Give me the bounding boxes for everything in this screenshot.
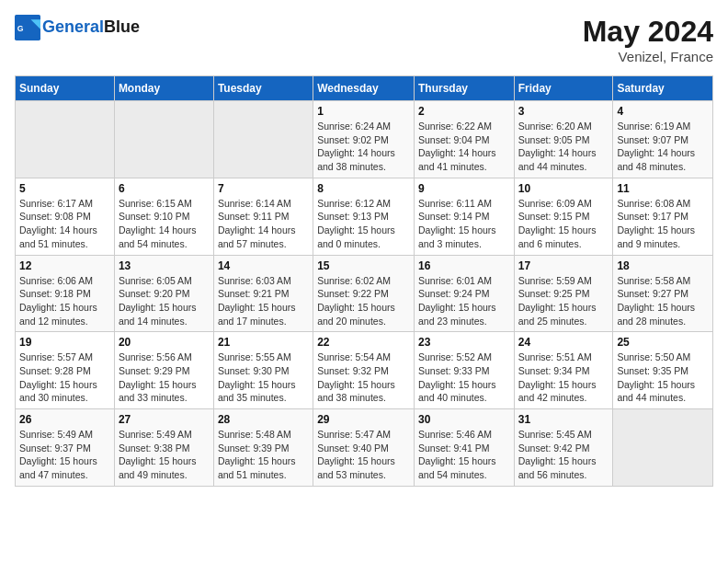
day-number: 11 (617, 182, 709, 195)
day-number: 17 (518, 259, 609, 272)
day-info: Sunrise: 6:22 AM Sunset: 9:04 PM Dayligh… (418, 120, 510, 174)
day-number: 31 (518, 413, 609, 426)
logo-line2: Blue (104, 17, 140, 36)
calendar-day-cell: 28Sunrise: 5:48 AM Sunset: 9:39 PM Dayli… (213, 409, 313, 487)
day-info: Sunrise: 5:48 AM Sunset: 9:39 PM Dayligh… (218, 428, 309, 482)
day-info: Sunrise: 6:20 AM Sunset: 9:05 PM Dayligh… (518, 120, 609, 174)
calendar-day-cell: 24Sunrise: 5:51 AM Sunset: 9:34 PM Dayli… (514, 332, 613, 409)
day-info: Sunrise: 6:11 AM Sunset: 9:14 PM Dayligh… (418, 197, 510, 251)
day-number: 21 (218, 336, 309, 349)
day-info: Sunrise: 6:12 AM Sunset: 9:13 PM Dayligh… (317, 197, 410, 251)
day-number: 3 (518, 105, 609, 118)
day-info: Sunrise: 6:14 AM Sunset: 9:11 PM Dayligh… (218, 197, 309, 251)
day-number: 2 (418, 105, 510, 118)
day-number: 4 (617, 105, 709, 118)
day-number: 29 (317, 413, 410, 426)
day-info: Sunrise: 6:03 AM Sunset: 9:21 PM Dayligh… (218, 274, 309, 328)
calendar-day-cell: 8Sunrise: 6:12 AM Sunset: 9:13 PM Daylig… (313, 178, 415, 255)
calendar-day-cell: 18Sunrise: 5:58 AM Sunset: 9:27 PM Dayli… (613, 255, 713, 332)
weekday-header: Monday (114, 76, 213, 101)
calendar-table: SundayMondayTuesdayWednesdayThursdayFrid… (15, 75, 713, 487)
calendar-day-cell: 26Sunrise: 5:49 AM Sunset: 9:37 PM Dayli… (16, 409, 115, 487)
day-number: 16 (418, 259, 510, 272)
weekday-header-row: SundayMondayTuesdayWednesdayThursdayFrid… (16, 76, 713, 101)
day-number: 27 (119, 413, 210, 426)
logo-text: GeneralBlue (42, 18, 140, 37)
svg-text:G: G (17, 24, 24, 33)
day-number: 15 (317, 259, 410, 272)
calendar-day-cell: 12Sunrise: 6:06 AM Sunset: 9:18 PM Dayli… (16, 255, 115, 332)
calendar-day-cell: 30Sunrise: 5:46 AM Sunset: 9:41 PM Dayli… (414, 409, 514, 487)
day-number: 18 (617, 259, 709, 272)
day-info: Sunrise: 5:49 AM Sunset: 9:37 PM Dayligh… (19, 428, 110, 482)
calendar-day-cell: 22Sunrise: 5:54 AM Sunset: 9:32 PM Dayli… (313, 332, 415, 409)
calendar-day-cell: 19Sunrise: 5:57 AM Sunset: 9:28 PM Dayli… (16, 332, 115, 409)
calendar-day-cell: 15Sunrise: 6:02 AM Sunset: 9:22 PM Dayli… (313, 255, 415, 332)
day-info: Sunrise: 5:52 AM Sunset: 9:33 PM Dayligh… (418, 350, 510, 405)
day-info: Sunrise: 5:58 AM Sunset: 9:27 PM Dayligh… (617, 274, 709, 328)
day-info: Sunrise: 6:24 AM Sunset: 9:02 PM Dayligh… (317, 120, 410, 174)
day-number: 6 (119, 182, 210, 195)
day-number: 1 (317, 105, 410, 118)
calendar-week-row: 5Sunrise: 6:17 AM Sunset: 9:08 PM Daylig… (16, 178, 713, 255)
calendar-day-cell: 25Sunrise: 5:50 AM Sunset: 9:35 PM Dayli… (613, 332, 713, 409)
day-info: Sunrise: 6:02 AM Sunset: 9:22 PM Dayligh… (317, 274, 410, 328)
calendar-day-cell: 3Sunrise: 6:20 AM Sunset: 9:05 PM Daylig… (514, 101, 613, 178)
calendar-day-cell: 6Sunrise: 6:15 AM Sunset: 9:10 PM Daylig… (114, 178, 213, 255)
calendar-day-cell: 5Sunrise: 6:17 AM Sunset: 9:08 PM Daylig… (16, 178, 115, 255)
calendar-day-cell: 14Sunrise: 6:03 AM Sunset: 9:21 PM Dayli… (213, 255, 313, 332)
calendar-day-cell (16, 101, 115, 178)
day-number: 10 (518, 182, 609, 195)
calendar-week-row: 19Sunrise: 5:57 AM Sunset: 9:28 PM Dayli… (16, 332, 713, 409)
logo: G GeneralBlue (15, 15, 140, 40)
day-info: Sunrise: 5:47 AM Sunset: 9:40 PM Dayligh… (317, 428, 410, 482)
day-number: 23 (418, 336, 510, 349)
calendar-day-cell: 20Sunrise: 5:56 AM Sunset: 9:29 PM Dayli… (114, 332, 213, 409)
day-number: 28 (218, 413, 309, 426)
day-number: 30 (418, 413, 510, 426)
calendar-day-cell: 9Sunrise: 6:11 AM Sunset: 9:14 PM Daylig… (414, 178, 514, 255)
weekday-header: Thursday (414, 76, 514, 101)
calendar-day-cell: 7Sunrise: 6:14 AM Sunset: 9:11 PM Daylig… (213, 178, 313, 255)
day-number: 20 (119, 336, 210, 349)
day-number: 9 (418, 182, 510, 195)
location: Venizel, France (583, 49, 713, 64)
calendar-week-row: 12Sunrise: 6:06 AM Sunset: 9:18 PM Dayli… (16, 255, 713, 332)
day-info: Sunrise: 5:45 AM Sunset: 9:42 PM Dayligh… (518, 428, 609, 482)
calendar-day-cell: 10Sunrise: 6:09 AM Sunset: 9:15 PM Dayli… (514, 178, 613, 255)
calendar-day-cell (613, 409, 713, 487)
day-number: 7 (218, 182, 309, 195)
month-title: May 2024 (583, 15, 713, 49)
weekday-header: Wednesday (313, 76, 415, 101)
calendar-container: G GeneralBlue May 2024 Venizel, France S… (0, 0, 728, 501)
calendar-day-cell (114, 101, 213, 178)
day-info: Sunrise: 5:55 AM Sunset: 9:30 PM Dayligh… (218, 350, 309, 405)
calendar-day-cell: 31Sunrise: 5:45 AM Sunset: 9:42 PM Dayli… (514, 409, 613, 487)
day-number: 25 (617, 336, 709, 349)
day-info: Sunrise: 5:57 AM Sunset: 9:28 PM Dayligh… (19, 350, 110, 405)
calendar-day-cell: 16Sunrise: 6:01 AM Sunset: 9:24 PM Dayli… (414, 255, 514, 332)
day-info: Sunrise: 6:17 AM Sunset: 9:08 PM Dayligh… (19, 197, 110, 251)
weekday-header: Tuesday (213, 76, 313, 101)
weekday-header: Friday (514, 76, 613, 101)
day-info: Sunrise: 6:01 AM Sunset: 9:24 PM Dayligh… (418, 274, 510, 328)
header: G GeneralBlue May 2024 Venizel, France (15, 15, 713, 64)
day-info: Sunrise: 6:19 AM Sunset: 9:07 PM Dayligh… (617, 120, 709, 174)
calendar-week-row: 1Sunrise: 6:24 AM Sunset: 9:02 PM Daylig… (16, 101, 713, 178)
logo-line1: General (42, 17, 104, 36)
calendar-day-cell: 2Sunrise: 6:22 AM Sunset: 9:04 PM Daylig… (414, 101, 514, 178)
day-info: Sunrise: 6:15 AM Sunset: 9:10 PM Dayligh… (119, 197, 210, 251)
calendar-day-cell: 27Sunrise: 5:49 AM Sunset: 9:38 PM Dayli… (114, 409, 213, 487)
calendar-day-cell: 4Sunrise: 6:19 AM Sunset: 9:07 PM Daylig… (613, 101, 713, 178)
calendar-day-cell: 17Sunrise: 5:59 AM Sunset: 9:25 PM Dayli… (514, 255, 613, 332)
title-block: May 2024 Venizel, France (583, 15, 713, 64)
calendar-day-cell: 1Sunrise: 6:24 AM Sunset: 9:02 PM Daylig… (313, 101, 415, 178)
day-number: 26 (19, 413, 110, 426)
day-info: Sunrise: 5:46 AM Sunset: 9:41 PM Dayligh… (418, 428, 510, 482)
calendar-day-cell: 11Sunrise: 6:08 AM Sunset: 9:17 PM Dayli… (613, 178, 713, 255)
day-info: Sunrise: 5:51 AM Sunset: 9:34 PM Dayligh… (518, 350, 609, 405)
day-number: 22 (317, 336, 410, 349)
day-number: 8 (317, 182, 410, 195)
day-info: Sunrise: 6:06 AM Sunset: 9:18 PM Dayligh… (19, 274, 110, 328)
day-number: 24 (518, 336, 609, 349)
